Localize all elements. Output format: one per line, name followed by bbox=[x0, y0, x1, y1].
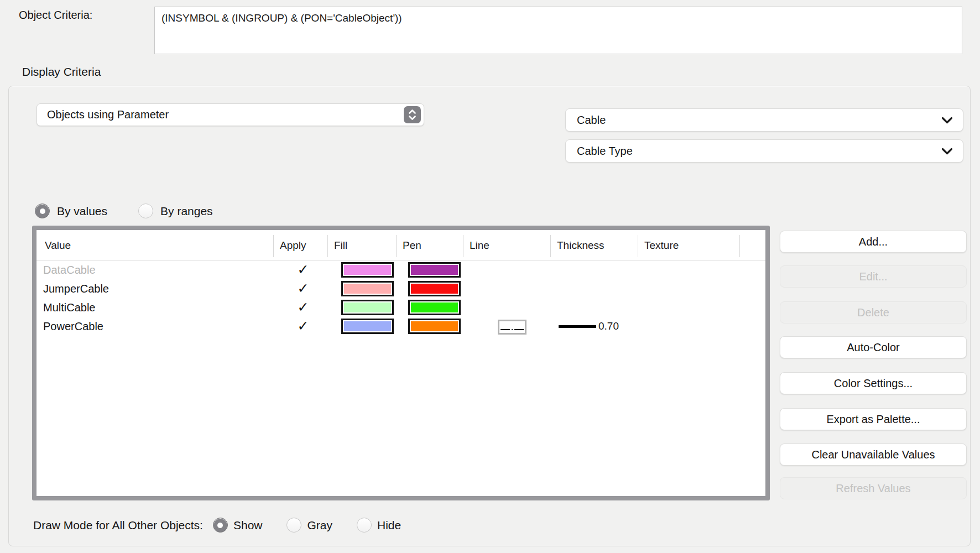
draw-mode-show-label: Show bbox=[233, 519, 263, 532]
draw-mode-radio-group: Draw Mode for All Other Objects: Show Gr… bbox=[33, 518, 425, 533]
edit-button[interactable]: Edit... bbox=[780, 265, 967, 288]
values-table[interactable]: Value Apply Fill Pen Line Thickness Text… bbox=[32, 226, 770, 500]
popup-stepper-icon bbox=[404, 106, 421, 123]
fill-color-swatch[interactable] bbox=[341, 281, 394, 296]
col-header-texture: Texture bbox=[644, 230, 679, 260]
pen-color-swatch[interactable] bbox=[408, 281, 461, 296]
by-values-label: By values bbox=[57, 205, 107, 218]
chevron-down-icon bbox=[941, 114, 953, 127]
dash-dot-line-icon bbox=[501, 329, 524, 330]
table-row[interactable]: JumperCable ✓ bbox=[37, 279, 765, 298]
pen-color-swatch[interactable] bbox=[408, 300, 461, 315]
export-as-palette-button[interactable]: Export as Palette... bbox=[780, 408, 967, 430]
criteria-mode-popup-value: Objects using Parameter bbox=[47, 108, 169, 121]
apply-checkmark-icon[interactable]: ✓ bbox=[292, 279, 314, 298]
add-button[interactable]: Add... bbox=[780, 231, 967, 253]
col-header-thickness: Thickness bbox=[557, 230, 604, 260]
column-separator bbox=[463, 235, 463, 257]
draw-mode-hide-label: Hide bbox=[377, 519, 401, 532]
col-header-line: Line bbox=[470, 230, 489, 260]
table-row[interactable]: DataCable ✓ bbox=[37, 260, 765, 279]
display-criteria-dialog: Object Criteria: Display Criteria Object… bbox=[0, 0, 980, 553]
criteria-mode-popup[interactable]: Objects using Parameter bbox=[37, 103, 424, 126]
draw-mode-show-radio[interactable] bbox=[213, 518, 228, 533]
object-criteria-input[interactable] bbox=[154, 7, 962, 54]
refresh-values-button[interactable]: Refresh Values bbox=[780, 477, 967, 499]
draw-mode-label: Draw Mode for All Other Objects: bbox=[33, 519, 203, 532]
pen-color-swatch[interactable] bbox=[408, 319, 461, 334]
value-mode-radio-group: By values By ranges bbox=[35, 204, 213, 218]
line-style-swatch[interactable] bbox=[498, 320, 527, 335]
chevron-down-icon bbox=[941, 145, 953, 158]
field-dropdown-value: Cable Type bbox=[577, 145, 633, 158]
column-separator bbox=[273, 235, 274, 257]
delete-button[interactable]: Delete bbox=[780, 301, 967, 324]
row-value-label: MultiCable bbox=[43, 298, 95, 317]
table-row[interactable]: MultiCable ✓ bbox=[37, 298, 765, 317]
column-separator bbox=[638, 235, 638, 257]
column-separator bbox=[739, 235, 740, 257]
thickness-preview-line bbox=[559, 325, 596, 328]
by-ranges-radio[interactable] bbox=[138, 204, 153, 218]
apply-checkmark-icon[interactable]: ✓ bbox=[292, 298, 314, 317]
record-dropdown-value: Cable bbox=[577, 114, 606, 127]
field-dropdown[interactable]: Cable Type bbox=[565, 139, 963, 163]
column-separator bbox=[396, 235, 397, 257]
by-values-radio[interactable] bbox=[35, 204, 50, 218]
record-dropdown[interactable]: Cable bbox=[565, 108, 963, 132]
apply-checkmark-icon[interactable]: ✓ bbox=[292, 260, 314, 279]
draw-mode-gray-label: Gray bbox=[307, 519, 332, 532]
by-ranges-label: By ranges bbox=[160, 205, 213, 218]
values-table-inner: Value Apply Fill Pen Line Thickness Text… bbox=[37, 230, 765, 496]
col-header-fill: Fill bbox=[334, 230, 347, 260]
draw-mode-hide-radio[interactable] bbox=[357, 518, 372, 533]
table-row[interactable]: PowerCable ✓ 0.70 bbox=[37, 317, 765, 336]
col-header-pen: Pen bbox=[403, 230, 421, 260]
row-value-label: JumperCable bbox=[43, 279, 109, 298]
auto-color-button[interactable]: Auto-Color bbox=[780, 336, 967, 358]
column-separator bbox=[550, 235, 551, 257]
object-criteria-label: Object Criteria: bbox=[19, 9, 92, 22]
display-criteria-title: Display Criteria bbox=[22, 65, 101, 79]
fill-color-swatch[interactable] bbox=[341, 319, 394, 334]
color-settings-button[interactable]: Color Settings... bbox=[780, 372, 967, 394]
draw-mode-gray-radio[interactable] bbox=[286, 518, 301, 533]
pen-color-swatch[interactable] bbox=[408, 262, 461, 278]
fill-color-swatch[interactable] bbox=[341, 300, 394, 315]
clear-unavailable-values-button[interactable]: Clear Unavailable Values bbox=[780, 444, 967, 466]
thickness-value: 0.70 bbox=[598, 320, 619, 332]
apply-checkmark-icon[interactable]: ✓ bbox=[292, 317, 314, 336]
thickness-cell[interactable]: 0.70 bbox=[559, 317, 619, 336]
col-header-value: Value bbox=[45, 230, 71, 260]
row-value-label: PowerCable bbox=[43, 317, 103, 336]
column-separator bbox=[327, 235, 328, 257]
col-header-apply: Apply bbox=[280, 230, 306, 260]
row-value-label: DataCable bbox=[43, 260, 96, 279]
fill-color-swatch[interactable] bbox=[341, 262, 394, 278]
